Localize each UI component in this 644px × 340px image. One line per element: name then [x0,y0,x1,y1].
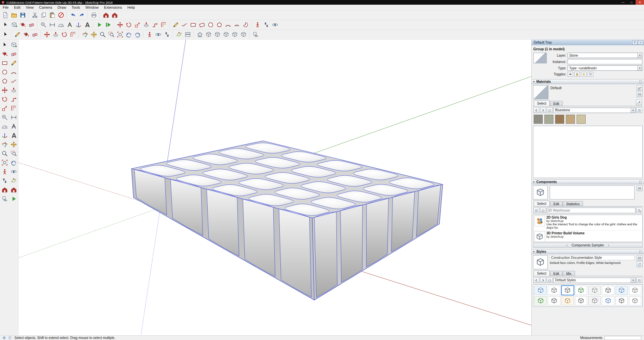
select-tool-button[interactable] [1,30,10,39]
styles-header[interactable]: ▼ Styles [532,249,644,254]
rotate-tool[interactable] [0,95,9,104]
look-around-button[interactable] [154,30,163,39]
model-scene[interactable] [18,40,531,335]
components-tab[interactable]: Edit [550,201,562,206]
play-animation[interactable] [9,194,18,203]
walk-tool-button[interactable] [262,20,271,29]
rotated-rectangle-tool-button[interactable] [198,20,206,29]
3d-warehouse-button[interactable] [102,11,110,19]
move-tool[interactable] [0,86,9,95]
follow-me-tool-button[interactable] [151,20,159,29]
position-camera-button[interactable] [253,20,262,29]
styles-back-button[interactable] [533,277,539,283]
styles-tab[interactable]: Edit [550,271,562,276]
dimension-tool[interactable] [9,113,18,122]
warehouse-search-box[interactable] [547,208,636,213]
shadows-toggle-button[interactable] [251,30,260,39]
type-select[interactable]: Type: <undefined>▾ [568,65,642,71]
undo-button[interactable] [69,11,77,19]
style-thumbnail[interactable] [561,296,574,305]
menu-item[interactable]: Camera [36,5,55,10]
style-thumbnail[interactable] [548,296,560,305]
material-swatch[interactable] [555,115,564,124]
material-swatch[interactable] [577,115,586,124]
arc-tool[interactable] [9,68,18,76]
menu-item[interactable]: Extensions [101,5,125,10]
component-list-item[interactable]: 2D Girls Dog by SketchUp Use the Interac… [533,215,642,231]
orbit-tool[interactable] [0,140,9,149]
materials-back-button[interactable] [533,107,539,113]
3d-text-tool-button[interactable] [83,20,92,29]
open-button[interactable] [10,11,18,19]
line-tool[interactable] [9,59,18,67]
redo-button[interactable] [77,11,86,19]
materials-header[interactable]: ▼ Materials [532,79,644,84]
previous-view[interactable] [9,158,18,167]
polygon-tool[interactable] [0,77,9,86]
geolocation-button[interactable] [2,336,6,340]
standard-views-button[interactable] [196,30,204,39]
tray-pin-button[interactable] [632,40,637,45]
protractor-tool-button[interactable] [57,20,65,29]
back-view-button[interactable] [239,30,248,39]
position-camera-tool[interactable] [0,167,9,176]
make-component-button[interactable] [10,20,18,29]
freehand-tool-button[interactable] [180,20,189,29]
paste-button[interactable] [48,11,57,19]
materials-in-model-button[interactable] [547,107,553,113]
style-thumbnail[interactable] [615,286,628,295]
tray-close-button[interactable] [638,40,643,45]
erase-button[interactable] [57,11,65,19]
right-view-button[interactable] [230,30,239,39]
materials-list[interactable] [533,126,643,178]
materials-details-button[interactable] [636,107,642,113]
make-component[interactable] [9,41,18,49]
push-pull-tool-button[interactable] [142,20,151,29]
front-view-button[interactable] [222,30,230,39]
circle-tool[interactable] [0,68,9,76]
orbit-tool-button[interactable] [81,30,90,39]
menu-item[interactable]: Draw [55,5,69,10]
pie-tool-button[interactable] [241,20,250,29]
shadows-toggle[interactable] [0,194,9,203]
materials-tab[interactable]: Edit [550,101,562,106]
style-thumbnail[interactable] [534,296,547,305]
component-list-item[interactable]: 3D Printer Build Volume by SketchUp [533,231,642,242]
style-thumbnail[interactable] [561,286,574,295]
push-pull-tool-button[interactable] [51,30,60,39]
tape-measure-tool[interactable] [0,113,9,122]
copy-button[interactable] [39,11,48,19]
follow-me-tool[interactable] [9,95,18,104]
receive-shadows-toggle[interactable] [588,72,593,77]
zoom-extents-tool[interactable] [0,158,9,167]
animation-settings-button[interactable] [104,20,112,29]
save-button[interactable] [18,11,27,19]
zoom-tool-button[interactable] [98,30,107,39]
scale-tool[interactable] [0,104,9,113]
offset-tool[interactable] [9,104,18,113]
style-thumbnail[interactable] [615,296,628,305]
two-point-arc-tool-button[interactable] [232,20,241,29]
components-view-options-button[interactable] [533,208,539,213]
menu-item[interactable]: Help [125,5,138,10]
next-view-button[interactable] [133,30,142,39]
menu-item[interactable]: View [23,5,37,10]
polygon-tool-button[interactable] [215,20,224,29]
search-button[interactable] [636,208,642,213]
scale-tool-button[interactable] [133,20,142,29]
iso-view-button[interactable] [204,30,213,39]
dimension-tool-button[interactable] [48,20,57,29]
select-tool-button[interactable] [1,20,10,29]
style-thumbnail[interactable] [588,296,601,305]
zoom-window-button[interactable] [107,30,116,39]
section-plane-tool[interactable] [9,176,18,185]
pan-tool[interactable] [9,140,18,149]
layer-select[interactable]: Stone▾ [568,53,642,58]
eraser-tool-button[interactable] [27,20,36,29]
style-thumbnail[interactable] [575,296,587,305]
extension-warehouse-button[interactable] [110,11,119,19]
offset-tool-button[interactable] [159,20,168,29]
instance-field[interactable] [568,59,642,64]
rotate-tool-button[interactable] [60,30,69,39]
styles-secondary-pane-button[interactable] [637,255,643,261]
